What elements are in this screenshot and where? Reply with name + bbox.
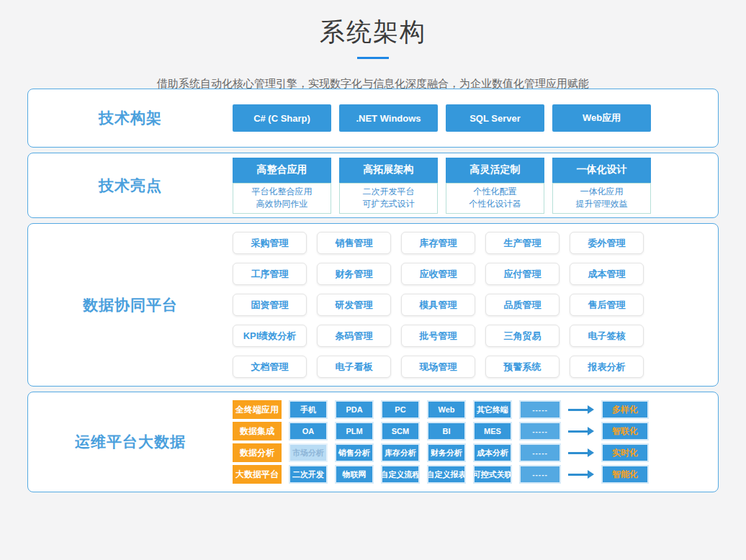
card-body: 平台化整合应用 高效协同作业 (233, 183, 331, 214)
category-chip-integration: 数据集成 (233, 422, 282, 441)
card-line: 平台化整合应用 (233, 186, 331, 198)
item-chip-web[interactable]: Web (427, 400, 466, 419)
page: 系统架构 借助系统自动化核心管理引擎，实现数字化与信息化深度融合，为企业数值化管… (0, 0, 746, 492)
module-tile-cost[interactable]: 成本管理 (570, 263, 644, 285)
item-chip-scm[interactable]: SCM (381, 422, 420, 441)
card-line: 高效协同作业 (233, 198, 331, 210)
section-highlights-label: 技术亮点 (28, 176, 233, 196)
tech-button-web[interactable]: Web应用 (552, 104, 651, 132)
flow-arrow-icon (568, 400, 594, 419)
module-tile-docs[interactable]: 文档管理 (233, 356, 307, 378)
card-line: 二次开发平台 (340, 186, 437, 198)
item-chip-oa[interactable]: OA (289, 422, 328, 441)
module-tile-purchase[interactable]: 采购管理 (233, 232, 307, 254)
card-title: 高拓展架构 (339, 158, 438, 183)
section-bigdata: 运维平台大数据 全终端应用 手机 PDA PC Web 其它终端 ----- 多… (27, 392, 719, 492)
module-tile-receivable[interactable]: 应收管理 (401, 263, 475, 285)
flow-arrow-icon (568, 422, 594, 441)
module-tile-mold[interactable]: 模具管理 (401, 294, 475, 316)
module-tile-sales[interactable]: 销售管理 (317, 232, 391, 254)
item-chip-pc[interactable]: PC (381, 400, 420, 419)
item-chip-secondary-dev[interactable]: 二次开发 (289, 465, 328, 484)
card-line: 提升管理效益 (553, 198, 650, 210)
module-tile-outsourcing[interactable]: 委外管理 (570, 232, 644, 254)
card-line: 一体化应用 (553, 186, 650, 198)
card-title: 高整合应用 (233, 158, 331, 183)
card-line: 可扩充式设计 (340, 198, 437, 210)
card-line: 个性化设计器 (446, 198, 544, 210)
item-chip-finance-analysis[interactable]: 财务分析 (427, 443, 466, 462)
card-line: 个性化配置 (446, 186, 544, 198)
module-tile-kpi[interactable]: KPI绩效分析 (233, 325, 307, 347)
card-body: 个性化配置 个性化设计器 (446, 183, 544, 214)
module-tile-finance[interactable]: 财务管理 (317, 263, 391, 285)
tech-button-sqlserver[interactable]: SQL Server (446, 104, 544, 132)
section-platform-label: 数据协同平台 (28, 295, 233, 315)
category-chip-analysis: 数据分析 (233, 443, 282, 462)
title-divider (357, 57, 389, 59)
module-tile-barcode[interactable]: 条码管理 (317, 325, 391, 347)
platform-content: 采购管理 销售管理 库存管理 生产管理 委外管理 工序管理 财务管理 应收管理 … (233, 232, 718, 378)
card-body: 一体化应用 提升管理效益 (552, 183, 651, 214)
item-chip-controlled-link[interactable]: 可控式关联 (473, 465, 512, 484)
section-bigdata-label: 运维平台大数据 (28, 432, 233, 452)
module-grid: 采购管理 销售管理 库存管理 生产管理 委外管理 工序管理 财务管理 应收管理 … (233, 232, 718, 378)
bigdata-grid: 全终端应用 手机 PDA PC Web 其它终端 ----- 多样化 数据集成 … (233, 400, 718, 484)
module-tile-warning[interactable]: 预警系统 (485, 356, 560, 378)
card-title: 一体化设计 (552, 158, 651, 183)
flow-arrow-icon (568, 443, 594, 462)
result-chip-diverse: 多样化 (601, 400, 649, 419)
item-chip-inventory-analysis[interactable]: 库存分析 (381, 443, 420, 462)
more-chip: ----- (519, 465, 561, 484)
module-tile-trade[interactable]: 三角贸易 (485, 325, 560, 347)
section-platform: 数据协同平台 采购管理 销售管理 库存管理 生产管理 委外管理 工序管理 财务管… (27, 223, 719, 387)
module-tile-assets[interactable]: 固资管理 (233, 294, 307, 316)
item-chip-pda[interactable]: PDA (335, 400, 374, 419)
result-chip-connected: 智联化 (601, 422, 649, 441)
card-title: 高灵活定制 (446, 158, 544, 183)
item-chip-sales-analysis[interactable]: 销售分析 (335, 443, 374, 462)
module-tile-esign[interactable]: 电子签核 (570, 325, 644, 347)
result-chip-intelligent: 智能化 (601, 465, 649, 484)
module-tile-aftersales[interactable]: 售后管理 (570, 294, 644, 316)
section-tech-stack-label: 技术构架 (28, 108, 233, 128)
module-tile-production[interactable]: 生产管理 (485, 232, 560, 254)
flow-arrow-icon (568, 465, 594, 484)
page-subtitle: 借助系统自动化核心管理引擎，实现数字化与信息化深度融合，为企业数值化管理应用赋能 (27, 78, 719, 89)
highlight-card-custom: 高灵活定制 个性化配置 个性化设计器 (446, 158, 544, 214)
highlight-card-integration: 高整合应用 平台化整合应用 高效协同作业 (233, 158, 331, 214)
module-tile-rnd[interactable]: 研发管理 (317, 294, 391, 316)
module-tile-report[interactable]: 报表分析 (570, 356, 644, 378)
item-chip-cost-analysis[interactable]: 成本分析 (473, 443, 512, 462)
bigdata-content: 全终端应用 手机 PDA PC Web 其它终端 ----- 多样化 数据集成 … (233, 400, 718, 484)
item-chip-bi[interactable]: BI (427, 422, 466, 441)
item-chip-mes[interactable]: MES (473, 422, 512, 441)
module-tile-quality[interactable]: 品质管理 (485, 294, 560, 316)
module-tile-payable[interactable]: 应付管理 (485, 263, 560, 285)
item-chip-plm[interactable]: PLM (335, 422, 374, 441)
card-body: 二次开发平台 可扩充式设计 (339, 183, 438, 214)
item-chip-market-analysis[interactable]: 市场分析 (289, 443, 328, 462)
module-tile-site[interactable]: 现场管理 (401, 356, 475, 378)
module-tile-inventory[interactable]: 库存管理 (401, 232, 475, 254)
category-chip-bigdata-platform: 大数据平台 (233, 465, 282, 484)
module-tile-lot[interactable]: 批号管理 (401, 325, 475, 347)
result-chip-realtime: 实时化 (601, 443, 649, 462)
item-chip-mobile[interactable]: 手机 (289, 400, 328, 419)
item-chip-other-terminal[interactable]: 其它终端 (473, 400, 512, 419)
more-chip: ----- (519, 443, 561, 462)
more-chip: ----- (519, 422, 561, 441)
highlights-content: 高整合应用 平台化整合应用 高效协同作业 高拓展架构 二次开发平台 可扩充式设计… (233, 158, 718, 214)
highlight-card-unified: 一体化设计 一体化应用 提升管理效益 (552, 158, 651, 214)
tech-button-dotnet[interactable]: .NET Windows (339, 104, 438, 132)
section-tech-stack: 技术构架 C# (C Sharp) .NET Windows SQL Serve… (27, 89, 719, 148)
item-chip-iot[interactable]: 物联网 (335, 465, 374, 484)
module-tile-kanban[interactable]: 电子看板 (317, 356, 391, 378)
item-chip-custom-report[interactable]: 自定义报表 (427, 465, 466, 484)
highlight-card-extension: 高拓展架构 二次开发平台 可扩充式设计 (339, 158, 438, 214)
item-chip-custom-flow[interactable]: 自定义流程 (381, 465, 420, 484)
module-tile-process[interactable]: 工序管理 (233, 263, 307, 285)
tech-button-csharp[interactable]: C# (C Sharp) (233, 104, 331, 132)
page-title: 系统架构 (27, 16, 719, 48)
section-highlights: 技术亮点 高整合应用 平台化整合应用 高效协同作业 高拓展架构 二次开发平台 可… (27, 153, 719, 218)
